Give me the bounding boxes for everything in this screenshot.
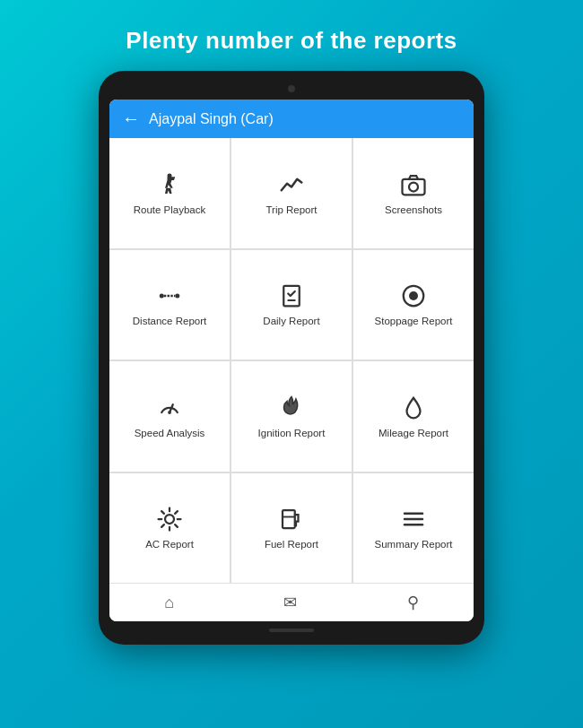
header-title: Ajaypal Singh (Car) [149,111,274,127]
ac-report-label: AC Report [145,538,194,551]
grid-item-screenshots[interactable]: Screenshots [353,138,474,248]
grid-item-daily-report[interactable]: Daily Report [231,250,352,360]
grid-item-stoppage-report[interactable]: Stoppage Report [353,250,474,360]
grid-item-ignition-report[interactable]: Ignition Report [231,361,352,472]
grid-item-distance-report[interactable]: Distance Report [109,250,230,360]
tablet-screen: ← Ajaypal Singh (Car) Route PlaybackTrip… [109,100,474,621]
ac-report-icon [156,506,183,533]
mileage-report-icon [400,394,427,421]
home-nav-icon[interactable]: ⌂ [150,590,188,616]
app-header: ← Ajaypal Singh (Car) [109,100,474,138]
bottom-nav: ⌂ ✉ ⚲ [109,583,474,621]
fuel-report-icon [278,506,305,533]
grid-item-summary-report[interactable]: Summary Report [353,473,474,584]
tablet-device: ← Ajaypal Singh (Car) Route PlaybackTrip… [99,71,484,645]
search-nav-icon[interactable]: ⚲ [393,589,433,616]
speed-analysis-label: Speed Analysis [135,427,205,440]
summary-report-label: Summary Report [375,538,453,551]
stoppage-report-icon [400,282,427,309]
mileage-report-label: Mileage Report [379,427,448,440]
grid-item-trip-report[interactable]: Trip Report [231,138,352,248]
grid-item-mileage-report[interactable]: Mileage Report [353,361,474,472]
speed-analysis-icon [156,394,183,421]
mail-nav-icon[interactable]: ✉ [269,589,311,616]
route-playback-label: Route Playback [134,204,206,217]
trip-report-icon [278,171,305,198]
route-playback-icon [156,171,183,198]
fuel-report-label: Fuel Report [265,538,318,551]
grid-item-ac-report[interactable]: AC Report [109,473,230,584]
distance-report-label: Distance Report [133,315,206,328]
report-grid: Route PlaybackTrip ReportScreenshotsDist… [109,138,474,583]
grid-item-fuel-report[interactable]: Fuel Report [231,473,352,584]
back-button[interactable]: ← [122,108,140,129]
summary-report-icon [400,506,427,533]
grid-item-route-playback[interactable]: Route Playback [109,138,230,248]
screenshots-icon [400,171,427,198]
screenshots-label: Screenshots [385,204,442,217]
ignition-report-icon [278,394,305,421]
grid-item-speed-analysis[interactable]: Speed Analysis [109,361,230,472]
daily-report-icon [278,282,305,309]
daily-report-label: Daily Report [263,315,319,328]
tablet-camera [288,85,295,92]
stoppage-report-label: Stoppage Report [375,315,453,328]
ignition-report-label: Ignition Report [258,427,326,440]
headline: Plenty number of the reports [126,27,457,55]
distance-report-icon [156,282,183,309]
trip-report-label: Trip Report [265,204,317,217]
tablet-home-bar [269,628,314,632]
